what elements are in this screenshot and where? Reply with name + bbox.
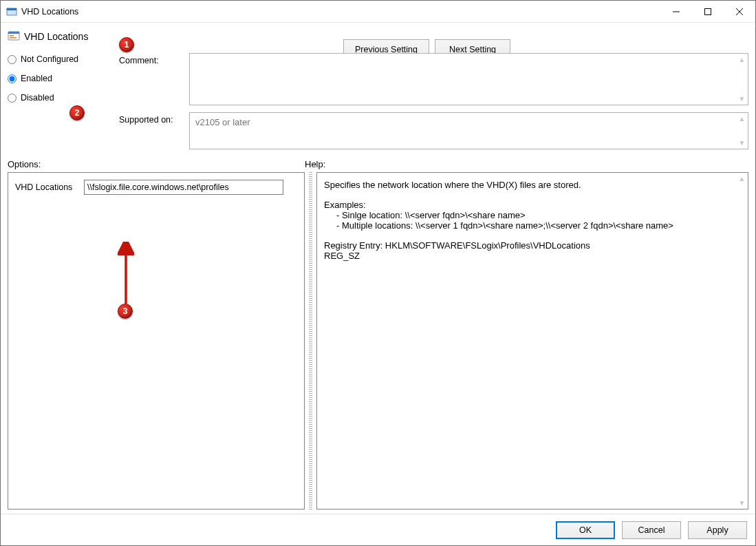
scroll-down-icon: ▼ — [736, 497, 748, 509]
help-intro: Specifies the network location where the… — [324, 180, 731, 190]
supported-on-label: Supported on: — [119, 112, 189, 125]
comment-label: Comment: — [119, 53, 189, 65]
svg-rect-1 — [7, 8, 17, 10]
cancel-button[interactable]: Cancel — [622, 521, 681, 539]
scroll-up-icon: ▲ — [736, 113, 748, 125]
ok-button[interactable]: OK — [556, 521, 615, 539]
supported-on-text: v2105 or later — [190, 113, 748, 132]
svg-rect-5 — [10, 35, 14, 36]
help-header: Help: — [298, 159, 755, 169]
state-radio-group: Not Configured Enabled Disabled — [8, 53, 119, 105]
svg-rect-6 — [10, 37, 17, 39]
svg-rect-2 — [705, 8, 711, 14]
dialog-window: VHD Locations VHD Locations Pr — [0, 0, 756, 546]
radio-enabled[interactable] — [8, 74, 17, 83]
vhd-locations-input[interactable] — [84, 180, 283, 195]
minimize-button[interactable] — [660, 1, 692, 22]
vhd-locations-option-label: VHD Locations — [15, 182, 77, 192]
annotation-badge-3: 3 — [118, 304, 133, 319]
scroll-down-icon: ▼ — [736, 93, 748, 105]
radio-enabled-label: Enabled — [21, 74, 52, 83]
maximize-button[interactable] — [692, 1, 724, 22]
supported-on-box: v2105 or later ▲ ▼ — [189, 112, 748, 149]
app-icon — [6, 6, 17, 17]
window-title: VHD Locations — [21, 7, 78, 17]
help-registry: Registry Entry: HKLM\SOFTWARE\FSLogix\Pr… — [324, 240, 731, 251]
radio-disabled[interactable] — [8, 94, 17, 103]
splitter-handle[interactable] — [309, 172, 312, 510]
help-pane: Specifies the network location where the… — [316, 172, 748, 510]
scroll-down-icon: ▼ — [736, 137, 748, 149]
radio-disabled-label: Disabled — [21, 93, 54, 103]
options-header: Options: — [1, 159, 298, 169]
titlebar: VHD Locations — [1, 1, 755, 23]
help-scrollbar[interactable]: ▲ ▼ — [736, 173, 748, 509]
scroll-up-icon: ▲ — [736, 54, 748, 65]
help-example-2: - Multiple locations: \\<server 1 fqdn>\… — [324, 220, 731, 231]
apply-button[interactable]: Apply — [688, 521, 747, 539]
policy-title: VHD Locations — [24, 30, 88, 43]
help-reg-type: REG_SZ — [324, 251, 731, 261]
policy-icon — [8, 30, 20, 42]
comment-textbox[interactable]: ▲ ▼ — [189, 53, 748, 105]
supported-scrollbar[interactable]: ▲ ▼ — [736, 113, 748, 149]
help-examples-header: Examples: — [324, 200, 731, 210]
radio-not-configured[interactable] — [8, 55, 17, 64]
radio-not-configured-label: Not Configured — [21, 54, 78, 64]
help-example-1: - Sinlge location: \\<server fqdn>\<shar… — [324, 210, 731, 220]
options-pane: VHD Locations — [8, 172, 305, 510]
svg-rect-4 — [8, 32, 19, 34]
annotation-badge-2: 2 — [69, 105, 85, 120]
comment-scrollbar[interactable]: ▲ ▼ — [736, 54, 748, 105]
footer: OK Cancel Apply — [1, 514, 755, 545]
annotation-badge-1: 1 — [119, 37, 134, 52]
close-button[interactable] — [724, 1, 755, 22]
section-headers: Options: Help: — [1, 159, 755, 169]
upper-section: VHD Locations Previous Setting Next Sett… — [1, 23, 755, 152]
scroll-up-icon: ▲ — [736, 173, 748, 185]
body-section: VHD Locations Specifies the network loca… — [1, 169, 755, 514]
